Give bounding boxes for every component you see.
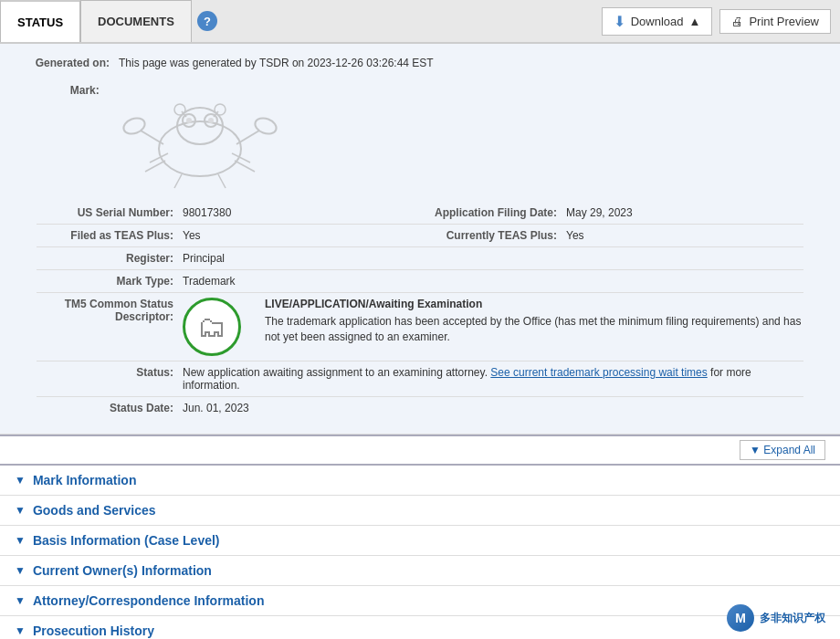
download-label: Download (631, 15, 684, 28)
mark-label: Mark: (18, 80, 109, 202)
mark-section: Mark: (18, 75, 822, 202)
svg-line-17 (235, 161, 255, 172)
tm5-icon-area: 🗂 (183, 298, 256, 356)
toolbar-right: ⬇ Download ▲ 🖨 Print Preview (602, 7, 840, 36)
svg-point-0 (159, 121, 241, 176)
serial-label: US Serial Number: (37, 206, 183, 219)
generated-label: Generated on: (18, 57, 119, 69)
section-arrow-icon: ▼ (15, 594, 26, 607)
status-label: Status: (37, 366, 183, 392)
status-text: New application awaiting assignment to a… (183, 366, 803, 392)
fields-section: US Serial Number: 98017380 Application F… (18, 202, 822, 426)
toolbar: STATUS DOCUMENTS ? ⬇ Download ▲ 🖨 Print … (0, 0, 840, 44)
section-item-4[interactable]: ▼Attorney/Correspondence Information (0, 585, 840, 615)
section-arrow-icon: ▼ (15, 564, 26, 577)
tm5-status-desc: The trademark application has been accep… (265, 314, 803, 345)
section-arrow-icon: ▼ (15, 534, 26, 547)
svg-line-12 (236, 131, 259, 144)
teas-plus-label: Filed as TEAS Plus: (37, 229, 183, 242)
tm5-status-icon: 🗂 (183, 298, 241, 356)
download-icon: ⬇ (614, 13, 625, 30)
svg-point-4 (186, 118, 192, 123)
expand-all-row: ▼ Expand All (0, 435, 840, 464)
section-label: Goods and Services (33, 503, 156, 518)
section-label: Attorney/Correspondence Information (33, 593, 265, 608)
help-icon[interactable]: ? (197, 11, 217, 31)
section-arrow-icon: ▼ (15, 624, 26, 637)
filing-date-value: May 29, 2023 (566, 206, 633, 219)
register-row: Register: Principal (37, 246, 803, 269)
mark-image (109, 80, 291, 199)
register-label: Register: (37, 252, 183, 265)
print-button[interactable]: 🖨 Print Preview (719, 9, 831, 34)
register-value: Principal (183, 252, 225, 265)
section-item-1[interactable]: ▼Goods and Services (0, 495, 840, 525)
section-label: Basis Information (Case Level) (33, 533, 220, 548)
serial-filing-row: US Serial Number: 98017380 Application F… (37, 202, 803, 224)
svg-point-13 (253, 115, 278, 136)
sections-area: ▼ Expand All ▼Mark Information▼Goods and… (0, 435, 840, 639)
svg-line-10 (141, 131, 163, 144)
svg-point-5 (208, 118, 214, 123)
mark-type-value: Trademark (183, 275, 236, 288)
info-section: Generated on: This page was generated by… (0, 44, 840, 435)
svg-point-11 (121, 115, 147, 136)
status-date-label: Status Date: (37, 402, 183, 414)
status-date-value: Jun. 01, 2023 (183, 402, 249, 414)
section-arrow-icon: ▼ (15, 504, 26, 517)
download-button[interactable]: ⬇ Download ▲ (602, 7, 713, 36)
section-item-2[interactable]: ▼Basis Information (Case Level) (0, 525, 840, 555)
teas-row: Filed as TEAS Plus: Yes Currently TEAS P… (37, 224, 803, 246)
svg-line-19 (218, 174, 226, 188)
svg-line-15 (145, 161, 165, 172)
sections-list: ▼Mark Information▼Goods and Services▼Bas… (0, 464, 840, 639)
print-icon: 🖨 (731, 15, 743, 28)
currently-teas-label: Currently TEAS Plus: (420, 229, 566, 242)
section-label: Mark Information (33, 473, 137, 487)
mark-type-row: Mark Type: Trademark (37, 269, 803, 292)
teas-plus-value: Yes (183, 229, 201, 242)
logo-text: 多非知识产权 (760, 611, 825, 626)
print-label: Print Preview (749, 15, 819, 28)
section-label: Prosecution History (33, 623, 154, 638)
trademark-wait-times-link[interactable]: See current trademark processing wait ti… (490, 366, 707, 379)
section-item-3[interactable]: ▼Current Owner(s) Information (0, 555, 840, 585)
main-content: Generated on: This page was generated by… (0, 44, 840, 639)
section-item-0[interactable]: ▼Mark Information (0, 464, 840, 495)
logo-circle-icon: M (727, 604, 754, 632)
status-text-before: New application awaiting assignment to a… (183, 366, 488, 379)
svg-line-18 (174, 174, 182, 188)
tm5-status-title: LIVE/APPLICATION/Awaiting Examination (265, 298, 803, 310)
section-arrow-icon: ▼ (15, 474, 26, 487)
generated-row: Generated on: This page was generated by… (18, 51, 822, 75)
mark-type-label: Mark Type: (37, 275, 183, 288)
dropdown-arrow-icon: ▲ (689, 15, 701, 28)
tab-status[interactable]: STATUS (0, 0, 80, 42)
filing-date-label: Application Filing Date: (420, 206, 566, 219)
serial-value: 98017380 (183, 206, 231, 219)
currently-teas-value: Yes (566, 229, 584, 242)
expand-all-button[interactable]: ▼ Expand All (740, 440, 825, 460)
tm5-label: TM5 Common StatusDescriptor: (37, 298, 183, 356)
tm5-row: TM5 Common StatusDescriptor: 🗂 LIVE/APPL… (37, 292, 803, 361)
status-date-row: Status Date: Jun. 01, 2023 (37, 396, 803, 419)
generated-value: This page was generated by TSDR on 2023-… (119, 57, 434, 69)
tab-documents[interactable]: DOCUMENTS (80, 0, 192, 42)
status-row: Status: New application awaiting assignm… (37, 361, 803, 396)
folder-icon: 🗂 (197, 310, 226, 344)
section-label: Current Owner(s) Information (33, 563, 212, 578)
section-item-5[interactable]: ▼Prosecution History (0, 615, 840, 639)
tm5-text-area: LIVE/APPLICATION/Awaiting Examination Th… (256, 298, 803, 356)
bottom-logo: M 多非知识产权 (727, 604, 825, 632)
